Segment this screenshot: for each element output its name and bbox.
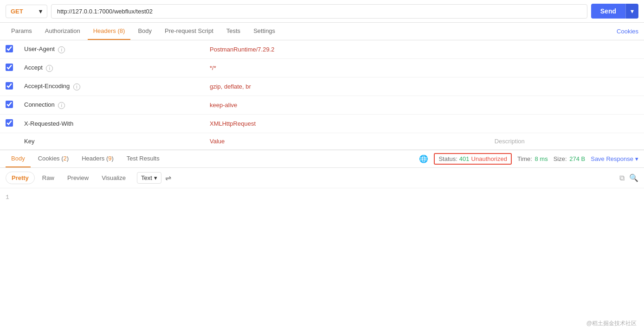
url-bar: GET ▾ Send ▾ — [0, 0, 644, 23]
header-value: PostmanRuntime/7.29.2 — [210, 46, 274, 53]
tab-tests[interactable]: Tests — [221, 23, 246, 40]
status-code: 401 — [459, 155, 470, 162]
response-tab-cookies[interactable]: Cookies (2) — [32, 150, 75, 167]
response-body: 1 — [0, 188, 644, 281]
header-row: Accept i */* — [0, 59, 644, 77]
header-placeholder-row: Key Value Description — [0, 133, 644, 150]
header-row: X-Requested-With XMLHttpRequest — [0, 115, 644, 133]
header-checkbox[interactable] — [6, 101, 13, 108]
body-toolbar: Pretty Raw Preview Visualize Text ▾ ⇌ ⧉ … — [0, 168, 644, 188]
text-format-label: Text — [141, 174, 152, 181]
format-visualize-button[interactable]: Visualize — [96, 172, 131, 184]
header-row: Connection i keep-alive — [0, 96, 644, 115]
format-raw-button[interactable]: Raw — [37, 172, 60, 184]
description-placeholder: Description — [495, 138, 525, 145]
cookies-link[interactable]: Cookies — [617, 23, 638, 39]
send-dropdown-button[interactable]: ▾ — [625, 4, 638, 19]
time-display: Time: 8 ms — [517, 155, 548, 162]
send-button-wrapper: Send ▾ — [591, 4, 638, 19]
globe-icon: 🌐 — [419, 154, 428, 163]
response-meta: 🌐 Status: 401 Unauthorized Time: 8 ms Si… — [419, 153, 638, 165]
response-tab-headers[interactable]: Headers (9) — [76, 150, 119, 167]
response-section: Body Cookies (2) Headers (9) Test Result… — [0, 150, 644, 281]
size-display: Size: 274 B — [554, 155, 586, 162]
headers-table: User-Agent i PostmanRuntime/7.29.2 Accep… — [0, 40, 644, 150]
info-icon[interactable]: i — [58, 102, 65, 109]
header-checkbox[interactable] — [6, 119, 13, 127]
tab-body[interactable]: Body — [132, 23, 157, 40]
tab-settings[interactable]: Settings — [248, 23, 281, 40]
header-value: gzip, deflate, br — [210, 83, 251, 90]
response-tabs: Body Cookies (2) Headers (9) Test Result… — [6, 150, 165, 167]
header-value: */* — [210, 64, 216, 71]
header-row: User-Agent i PostmanRuntime/7.29.2 — [0, 40, 644, 59]
wrap-icon[interactable]: ⇌ — [165, 173, 171, 182]
header-key: Accept — [24, 64, 43, 71]
line-number: 1 — [6, 194, 9, 201]
header-checkbox[interactable] — [6, 82, 13, 90]
url-input[interactable] — [51, 4, 587, 19]
search-icon[interactable]: 🔍 — [629, 173, 638, 182]
header-key: Connection — [24, 101, 55, 108]
info-icon[interactable]: i — [73, 83, 80, 90]
method-label: GET — [11, 8, 23, 15]
format-pretty-button[interactable]: Pretty — [6, 172, 35, 184]
info-icon[interactable]: i — [46, 65, 53, 72]
header-key: Accept-Encoding — [24, 83, 70, 90]
value-placeholder: Value — [210, 138, 225, 145]
copy-icon[interactable]: ⧉ — [619, 174, 625, 182]
send-button[interactable]: Send — [591, 4, 625, 19]
tab-pre-request-script[interactable]: Pre-request Script — [159, 23, 219, 40]
header-checkbox[interactable] — [6, 64, 13, 71]
text-format-select[interactable]: Text ▾ — [137, 172, 161, 184]
header-value: XMLHttpRequest — [210, 120, 256, 127]
header-value: keep-alive — [210, 102, 237, 109]
key-placeholder: Key — [24, 138, 34, 145]
tab-params[interactable]: Params — [6, 23, 38, 40]
text-format-chevron-icon: ▾ — [154, 174, 157, 181]
format-preview-button[interactable]: Preview — [62, 172, 94, 184]
header-key: User-Agent — [24, 45, 55, 52]
response-tab-body[interactable]: Body — [6, 150, 31, 167]
method-chevron-icon: ▾ — [39, 8, 42, 15]
status-label: Status: — [438, 155, 457, 162]
save-response-button[interactable]: Save Response ▾ — [591, 155, 638, 162]
status-badge: Status: 401 Unauthorized — [434, 153, 512, 165]
headers-section: User-Agent i PostmanRuntime/7.29.2 Accep… — [0, 40, 644, 150]
body-actions: ⧉ 🔍 — [619, 173, 638, 182]
header-key: X-Requested-With — [24, 120, 73, 127]
info-icon[interactable]: i — [58, 46, 65, 53]
response-tabs-bar: Body Cookies (2) Headers (9) Test Result… — [0, 150, 644, 168]
save-response-chevron-icon: ▾ — [635, 155, 638, 162]
header-checkbox[interactable] — [6, 45, 13, 52]
request-tabs: Params Authorization Headers (8) Body Pr… — [0, 23, 644, 40]
tab-headers[interactable]: Headers (8) — [88, 23, 131, 40]
header-row: Accept-Encoding i gzip, deflate, br — [0, 77, 644, 96]
status-text: Unauthorized — [471, 155, 507, 162]
method-select[interactable]: GET ▾ — [6, 5, 47, 18]
tab-authorization[interactable]: Authorization — [39, 23, 86, 40]
response-tab-test-results[interactable]: Test Results — [121, 150, 165, 167]
